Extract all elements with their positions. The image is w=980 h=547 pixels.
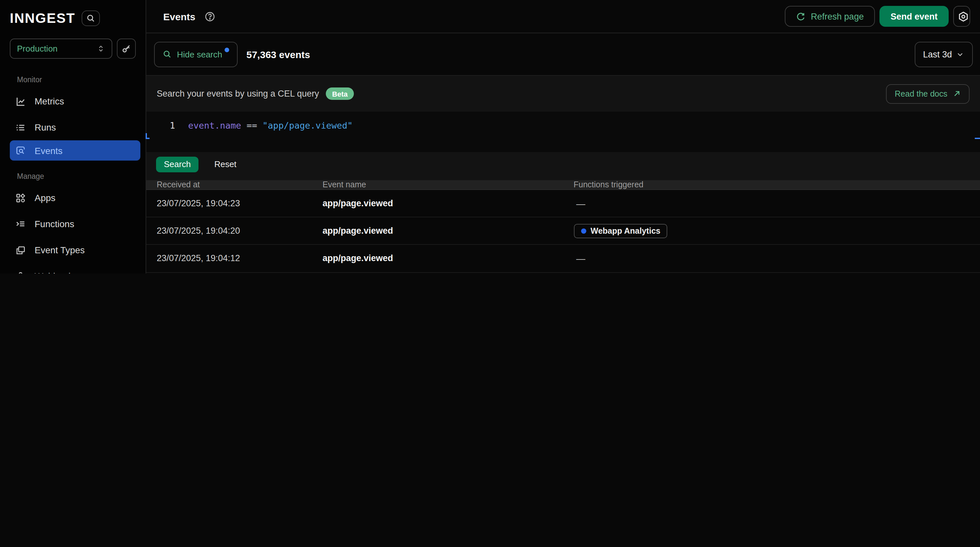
sidebar-item-label: Webhooks bbox=[35, 271, 78, 274]
sidebar-item-apps[interactable]: Apps bbox=[0, 185, 146, 211]
event-keys-button[interactable] bbox=[117, 38, 136, 59]
row-event-name: app/page.viewed bbox=[323, 254, 574, 263]
time-range-selector[interactable]: Last 3d bbox=[915, 41, 973, 67]
notification-dot bbox=[225, 47, 229, 52]
gear-icon bbox=[958, 11, 969, 22]
nav-section-monitor: Monitor bbox=[17, 76, 146, 84]
sidebar-item-runs[interactable]: Runs bbox=[0, 114, 146, 140]
function-badge-label: Webapp Analytics bbox=[590, 226, 660, 235]
environment-selector[interactable]: Production bbox=[10, 38, 112, 59]
environment-name: Production bbox=[17, 44, 57, 54]
events-toolbar: Hide search 57,363 events Last 3d bbox=[146, 33, 980, 76]
logo-row: INNGEST bbox=[0, 0, 146, 26]
editor-line-number: 1 bbox=[170, 120, 175, 152]
table-row[interactable]: 23/07/2025, 19:04:20app/page.viewedWebap… bbox=[146, 217, 980, 245]
code-operator: == bbox=[247, 120, 257, 130]
events-count: 57,363 events bbox=[247, 49, 310, 60]
sidebar-item-label: Functions bbox=[35, 219, 74, 229]
row-received-at: 23/07/2025, 19:04:23 bbox=[157, 199, 323, 208]
hide-search-button[interactable]: Hide search bbox=[154, 41, 238, 67]
sidebar-item-functions[interactable]: Functions bbox=[0, 211, 146, 237]
function-status-dot bbox=[581, 229, 586, 234]
chevron-updown-icon bbox=[97, 45, 105, 53]
page-title: Events bbox=[163, 11, 195, 22]
table-row[interactable]: 23/07/2025, 19:04:12app/page.viewed— bbox=[146, 245, 980, 272]
editor-selection-artifact bbox=[975, 138, 980, 139]
code-property: event.name bbox=[188, 120, 241, 130]
refresh-page-button[interactable]: Refresh page bbox=[785, 6, 875, 27]
sidebar-item-label: Event Types bbox=[35, 245, 85, 255]
webhooks-icon bbox=[15, 270, 26, 274]
sidebar-item-webhooks[interactable]: Webhooks bbox=[0, 263, 146, 274]
page-header: Events Refresh page Send event bbox=[146, 0, 980, 33]
metrics-icon bbox=[15, 95, 26, 107]
cel-actions-row: Search Reset bbox=[146, 152, 980, 180]
row-event-name: app/page.viewed bbox=[323, 199, 574, 208]
sidebar-search-button[interactable] bbox=[82, 10, 100, 26]
sidebar-item-label: Runs bbox=[35, 122, 56, 132]
sidebar-item-metrics[interactable]: Metrics bbox=[0, 88, 146, 114]
row-functions-cell: Webapp Analytics bbox=[574, 224, 980, 238]
environment-row: Production bbox=[0, 26, 146, 59]
row-received-at: 23/07/2025, 19:04:12 bbox=[157, 254, 323, 263]
sidebar: INNGEST Production Monitor bbox=[0, 0, 146, 274]
events-table: Received at Event name Functions trigger… bbox=[146, 180, 980, 274]
no-functions-marker: — bbox=[574, 253, 585, 264]
arrow-up-right-icon bbox=[953, 89, 961, 98]
read-the-docs-label: Read the docs bbox=[895, 89, 947, 98]
search-button[interactable]: Search bbox=[156, 156, 199, 172]
table-row[interactable]: 23/07/2025, 19:04:23app/page.viewed— bbox=[146, 190, 980, 217]
events-table-header: Received at Event name Functions trigger… bbox=[146, 180, 980, 190]
read-the-docs-button[interactable]: Read the docs bbox=[886, 84, 970, 103]
row-event-name: app/page.viewed bbox=[323, 226, 574, 236]
sidebar-item-event-types[interactable]: Event Types bbox=[0, 237, 146, 263]
runs-icon bbox=[15, 122, 26, 133]
row-functions-cell: — bbox=[574, 253, 980, 264]
settings-button[interactable] bbox=[953, 6, 970, 27]
sidebar-nav: Monitor Metrics Runs Events Manage bbox=[0, 64, 146, 274]
no-functions-marker: — bbox=[574, 198, 585, 208]
column-header-functions-triggered: Functions triggered bbox=[574, 180, 980, 189]
table-row[interactable]: 23/07/2025, 19:04:10app/page.viewedWebap… bbox=[146, 272, 980, 274]
event-types-icon bbox=[15, 245, 26, 256]
apps-icon bbox=[15, 192, 26, 204]
refresh-icon bbox=[796, 11, 806, 21]
nav-section-manage: Manage bbox=[17, 172, 146, 180]
page-help-icon[interactable] bbox=[204, 11, 215, 22]
column-header-received-at: Received at bbox=[157, 180, 323, 189]
send-event-button[interactable]: Send event bbox=[880, 6, 949, 27]
events-table-body: 23/07/2025, 19:04:23app/page.viewed—23/0… bbox=[146, 190, 980, 274]
cel-title-row: Search your events by using a CEL query … bbox=[146, 76, 980, 111]
sidebar-item-label: Metrics bbox=[35, 96, 64, 107]
editor-selection-artifact bbox=[146, 133, 150, 139]
send-event-label: Send event bbox=[891, 11, 937, 21]
sidebar-item-events[interactable]: Events bbox=[10, 140, 140, 161]
search-icon bbox=[86, 13, 95, 22]
beta-badge: Beta bbox=[326, 87, 354, 100]
time-range-value: Last 3d bbox=[923, 49, 952, 59]
chevron-down-icon bbox=[956, 50, 964, 59]
column-header-event-name: Event name bbox=[323, 180, 574, 189]
events-icon bbox=[15, 145, 26, 156]
reset-button[interactable]: Reset bbox=[214, 159, 236, 169]
inngest-dashboard: INNGEST Production Monitor bbox=[0, 0, 980, 274]
search-icon bbox=[162, 49, 172, 59]
cel-panel-title: Search your events by using a CEL query bbox=[157, 89, 319, 99]
sidebar-item-label: Events bbox=[35, 145, 63, 156]
hide-search-label: Hide search bbox=[177, 49, 222, 59]
cel-query-editor[interactable]: 1 event.name == "app/page.viewed" bbox=[146, 111, 980, 152]
cel-query-code: event.name == "app/page.viewed" bbox=[188, 120, 353, 152]
key-icon bbox=[121, 44, 131, 54]
function-badge[interactable]: Webapp Analytics bbox=[574, 224, 668, 238]
cel-search-panel: Search your events by using a CEL query … bbox=[146, 76, 980, 180]
inngest-logo[interactable]: INNGEST bbox=[10, 10, 75, 26]
header-actions: Refresh page Send event bbox=[785, 6, 970, 27]
main-content: Events Refresh page Send event bbox=[146, 0, 980, 274]
sidebar-item-label: Apps bbox=[35, 192, 56, 203]
row-received-at: 23/07/2025, 19:04:20 bbox=[157, 226, 323, 236]
functions-icon bbox=[15, 218, 26, 229]
code-string-value: "app/page.viewed" bbox=[262, 120, 353, 130]
row-functions-cell: — bbox=[574, 197, 980, 209]
refresh-page-label: Refresh page bbox=[811, 11, 864, 21]
